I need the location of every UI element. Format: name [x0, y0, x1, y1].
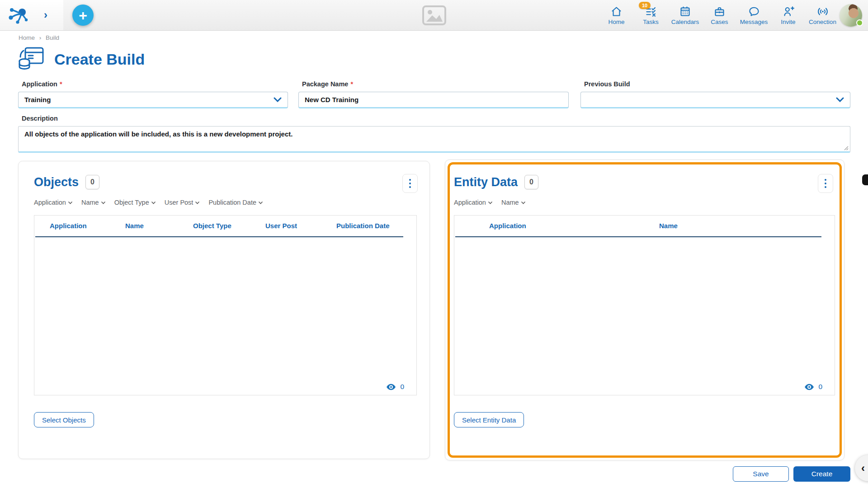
entity-visible-toggle[interactable]: 0: [804, 383, 822, 391]
objects-panel: Objects 0 Application Name Object Type U…: [18, 161, 430, 459]
breadcrumb-home[interactable]: Home: [19, 34, 35, 41]
objects-visible-count: 0: [400, 383, 404, 391]
select-objects-button[interactable]: Select Objects: [34, 412, 94, 427]
filter-publication-date[interactable]: Publication Date: [208, 199, 263, 206]
chevron-down-icon: [836, 97, 844, 102]
entity-count-badge: 0: [524, 175, 538, 189]
eye-icon: [804, 384, 814, 390]
entity-table: Application Name 0: [454, 215, 835, 395]
objects-table: Application Name Object Type User Post P…: [34, 215, 417, 395]
objects-filters: Application Name Object Type User Post P…: [34, 199, 417, 206]
package-name-input[interactable]: [298, 92, 569, 108]
entity-filters: Application Name: [454, 199, 835, 206]
create-button[interactable]: Create: [793, 466, 850, 482]
previous-build-select[interactable]: [580, 92, 850, 108]
filter-object-type[interactable]: Object Type: [114, 199, 156, 206]
briefcase-icon: [713, 4, 726, 18]
nav-item-invite[interactable]: Invite: [773, 4, 804, 25]
column-header-application: Application: [50, 222, 87, 230]
create-build-screen: › + Home 10: [0, 0, 868, 488]
nav-item-calendars[interactable]: Calendars: [670, 4, 701, 25]
page-title: Create Build: [54, 51, 145, 68]
nav-item-messages[interactable]: Messages: [738, 4, 769, 25]
chevron-down-icon: [488, 201, 493, 204]
nav-label: Tasks: [643, 19, 659, 25]
description-text: All objects of the application will be i…: [24, 130, 292, 138]
filter-application[interactable]: Application: [454, 199, 493, 206]
nav-label: Invite: [781, 19, 795, 25]
nav-label: Cases: [711, 19, 728, 25]
column-header-user-post: User Post: [265, 222, 297, 230]
page-title-row: Create Build: [18, 46, 145, 72]
application-field: Application* Training: [18, 80, 288, 108]
add-button[interactable]: +: [72, 5, 94, 26]
app-logo-area: ›: [0, 0, 63, 30]
nav-label: Calendars: [671, 19, 699, 25]
application-select[interactable]: Training: [18, 92, 288, 108]
chevron-down-icon: [195, 201, 200, 204]
top-navigation: Home 10 Tasks: [601, 4, 838, 25]
top-bar: › + Home 10: [0, 0, 868, 31]
online-status-dot: [856, 19, 863, 26]
nav-label: Messages: [740, 19, 768, 25]
build-icon: [18, 46, 44, 72]
objects-panel-title: Objects: [34, 175, 79, 189]
description-field: Description All objects of the applicati…: [18, 115, 850, 153]
user-avatar[interactable]: [840, 4, 862, 27]
mouse-cursor: [862, 174, 868, 185]
entity-visible-count: 0: [818, 383, 822, 391]
chevron-down-icon: [101, 201, 106, 204]
breadcrumb-build[interactable]: Build: [46, 34, 59, 41]
required-asterisk: *: [350, 80, 353, 88]
objects-visible-toggle[interactable]: 0: [386, 383, 404, 391]
sidebar-expand-chevron-icon[interactable]: ›: [44, 9, 47, 21]
chevron-down-icon: [521, 201, 526, 204]
filter-user-post[interactable]: User Post: [165, 199, 200, 206]
entity-panel-title: Entity Data: [454, 175, 518, 189]
entity-data-panel: Entity Data 0 Application Name Applicati…: [445, 160, 844, 460]
breadcrumb-separator: ›: [39, 34, 42, 41]
message-icon: [748, 4, 760, 18]
chevron-down-icon: [68, 201, 73, 204]
nav-item-home[interactable]: Home: [601, 4, 632, 25]
collapse-panel-chevron-icon[interactable]: ‹: [855, 455, 868, 481]
select-entity-data-button[interactable]: Select Entity Data: [454, 412, 524, 427]
column-header-name: Name: [659, 222, 678, 230]
invite-person-icon: [782, 4, 795, 18]
resize-grip-icon[interactable]: [844, 146, 849, 150]
save-button[interactable]: Save: [733, 466, 789, 482]
column-header-publication-date: Publication Date: [336, 222, 390, 230]
eye-icon: [386, 384, 396, 390]
nav-item-cases[interactable]: Cases: [704, 4, 735, 25]
previous-build-field: Previous Build: [580, 80, 850, 108]
app-logo-icon[interactable]: [8, 6, 29, 24]
nav-item-conection[interactable]: Conection: [807, 4, 838, 25]
filter-application[interactable]: Application: [34, 199, 73, 206]
description-label: Description: [22, 115, 850, 122]
home-icon: [610, 4, 623, 18]
table-header-rule: [35, 236, 403, 237]
chevron-down-icon: [258, 201, 263, 204]
column-header-object-type: Object Type: [193, 222, 231, 230]
nav-label: Home: [608, 19, 624, 25]
objects-count-badge: 0: [85, 175, 99, 189]
nav-item-tasks[interactable]: 10 Tasks: [635, 4, 666, 25]
filter-name[interactable]: Name: [501, 199, 526, 206]
application-select-value: Training: [24, 96, 51, 103]
table-header-rule: [455, 236, 821, 237]
package-name-field: Package Name*: [298, 80, 569, 108]
required-asterisk: *: [60, 80, 62, 88]
header-image-placeholder-icon: [422, 5, 447, 28]
calendar-icon: [679, 4, 691, 18]
chevron-down-icon: [274, 97, 282, 102]
chevron-down-icon: [151, 201, 156, 204]
column-header-name: Name: [125, 222, 144, 230]
description-textarea[interactable]: All objects of the application will be i…: [18, 126, 850, 153]
package-name-label: Package Name*: [302, 80, 569, 88]
nav-label: Conection: [809, 19, 836, 25]
tasks-count-badge: 10: [639, 2, 651, 9]
breadcrumb: Home › Build: [19, 34, 59, 41]
application-label: Application*: [22, 80, 288, 88]
connection-signal-icon: [816, 4, 829, 18]
filter-name[interactable]: Name: [81, 199, 106, 206]
